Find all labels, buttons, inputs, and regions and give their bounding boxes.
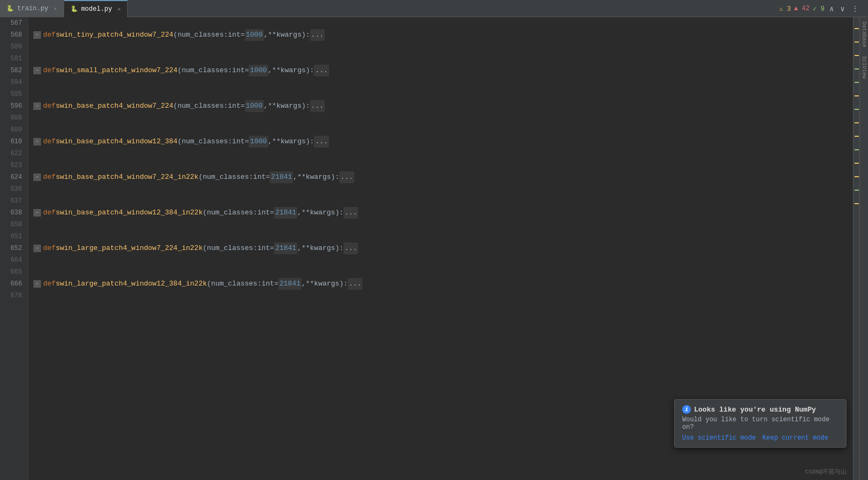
eq-652: = (270, 242, 274, 254)
minimap-mark-13 (855, 190, 859, 191)
code-line-638: − def swin_base_patch4_window12_384_in22… (28, 207, 853, 219)
collapse-btn-652[interactable]: − (33, 245, 41, 252)
kwargs-652: **kwargs (302, 242, 335, 254)
ellipsis-568: ... (310, 29, 325, 41)
more-options-button[interactable]: ⋮ (850, 4, 860, 13)
tab-train[interactable]: 🐍 train.py ✕ (0, 0, 64, 17)
error-icon: ▲ (794, 5, 798, 12)
kw-def-624: def (43, 171, 55, 183)
code-line-664 (28, 254, 853, 266)
minimap-mark-5 (855, 82, 859, 83)
default-638: 21841 (274, 207, 297, 219)
minimap-mark-14 (855, 203, 859, 204)
paren-open-568: ( (173, 29, 178, 41)
collapse-btn-596[interactable]: − (33, 102, 41, 110)
code-line-610: − def swin_base_patch4_window12_384 ( nu… (28, 136, 853, 148)
line-num-609: 609 (0, 124, 27, 136)
paren-open-582: ( (178, 65, 182, 76)
minimap-mark-12 (855, 176, 859, 177)
line-num-582: 582 (0, 65, 27, 76)
scroll-down-button[interactable]: ∨ (839, 4, 846, 13)
ok-indicator[interactable]: ✓ 9 (813, 5, 824, 13)
error-indicator[interactable]: ▲ 42 (794, 5, 810, 12)
minimap-mark-7 (855, 109, 859, 110)
tab-model-close[interactable]: ✕ (117, 6, 121, 12)
fn-582: swin_small_patch4_window7_224 (55, 65, 177, 76)
tab-train-close[interactable]: ✕ (54, 5, 57, 12)
param-638: num_classes (207, 207, 253, 219)
warning-indicator[interactable]: ⚠ 3 (779, 5, 791, 13)
comma-568: , (264, 29, 268, 41)
collapse-btn-582[interactable]: − (33, 67, 41, 74)
param-666: num_classes (211, 278, 257, 290)
minimap-mark-3 (855, 55, 859, 56)
fn-652: swin_large_patch4_window7_224_in22k (55, 242, 202, 254)
paren-open-638: ( (202, 207, 207, 219)
fn-596: swin_base_patch4_window7_224 (55, 100, 173, 112)
param-568: num_classes (178, 29, 224, 41)
ok-icon: ✓ (813, 5, 816, 13)
kw-def-610: def (43, 136, 55, 148)
code-line-678 (28, 290, 853, 302)
colon-568: : (223, 29, 228, 41)
notification-links: Use scientific mode Keep current mode (682, 434, 838, 442)
minimap-mark-8 (855, 122, 859, 123)
code-line-608 (28, 112, 853, 124)
code-line-665 (28, 266, 853, 278)
eq-666: = (274, 278, 278, 290)
int-type-596: int (228, 100, 240, 112)
collapse-btn-610[interactable]: − (33, 138, 41, 145)
line-num-651: 651 (0, 231, 27, 242)
collapse-btn-638[interactable]: − (33, 209, 41, 217)
ellipsis-666: ... (348, 278, 362, 290)
colon-582: : (228, 65, 232, 76)
param-652: num_classes (207, 242, 253, 254)
fn-568: swin_tiny_patch4_window7_224 (55, 29, 173, 41)
paren-close-666: ): (339, 278, 348, 290)
line-num-652: 652 (0, 242, 27, 254)
minimap[interactable] (853, 17, 859, 480)
kw-def-582: def (43, 65, 55, 76)
line-num-596: 596 (0, 100, 27, 112)
collapse-btn-666[interactable]: − (33, 280, 41, 288)
collapse-btn-624[interactable]: − (33, 173, 41, 181)
code-line-636 (28, 183, 853, 195)
default-596: 1000 (245, 100, 264, 112)
code-line-623 (28, 159, 853, 171)
collapse-btn-568[interactable]: − (33, 31, 41, 39)
line-num-580: 580 (0, 41, 27, 53)
keep-current-mode-link[interactable]: Keep current mode (762, 434, 828, 442)
colon-624: : (249, 171, 253, 183)
sidebar-label-sciview[interactable]: SciView (860, 52, 868, 83)
scroll-up-button[interactable]: ∧ (828, 4, 835, 13)
paren-close-596: ): (302, 100, 310, 112)
minimap-mark-1 (855, 28, 859, 29)
default-652: 21841 (274, 242, 297, 254)
paren-open-596: ( (173, 100, 178, 112)
colon-652: : (253, 242, 257, 254)
notification-title: Looks like you're using NumPy (694, 406, 816, 414)
paren-open-652: ( (202, 242, 207, 254)
int-type-652: int (257, 242, 270, 254)
sidebar-label-database[interactable]: Database (860, 17, 868, 52)
use-scientific-mode-link[interactable]: Use scientific mode (682, 434, 756, 442)
line-num-623: 623 (0, 159, 27, 171)
tab-model[interactable]: 🐍 model.py ✕ (64, 0, 128, 17)
line-num-622: 622 (0, 148, 27, 159)
kwargs-582: **kwargs (272, 65, 305, 76)
eq-638: = (270, 207, 274, 219)
line-num-608: 608 (0, 112, 27, 124)
kw-def-666: def (43, 278, 55, 290)
paren-close-652: ): (335, 242, 344, 254)
comma-582: , (268, 65, 272, 76)
line-num-624: 624 (0, 171, 27, 183)
kwargs-624: **kwargs (297, 171, 331, 183)
kw-def-596: def (43, 100, 55, 112)
kwargs-638: **kwargs (302, 207, 335, 219)
kw-def-568: def (43, 29, 55, 41)
code-line-624: − def swin_base_patch4_window7_224_in22k… (28, 171, 853, 183)
colon-596: : (223, 100, 228, 112)
param-582: num_classes (181, 65, 228, 76)
line-num-581: 581 (0, 53, 27, 65)
paren-close-624: ): (331, 171, 340, 183)
